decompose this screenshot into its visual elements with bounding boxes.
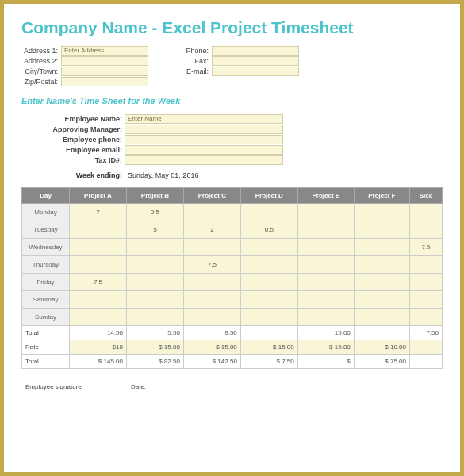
hours-cell[interactable] [70,221,127,239]
day-name-cell: Thursday [22,256,70,274]
emp-name-label: Employee Name: [45,115,125,123]
address2-label: Address 2: [21,57,61,65]
zip-input[interactable] [61,77,148,86]
value-cell[interactable] [409,340,442,355]
hours-cell[interactable] [126,274,183,291]
hours-cell[interactable] [409,274,442,291]
hours-cell[interactable]: 7.5 [409,239,442,256]
hours-cell[interactable] [240,309,297,326]
hours-cell[interactable] [126,309,183,326]
emp-phone-input[interactable] [125,135,283,144]
hours-cell[interactable] [240,239,297,256]
hours-cell[interactable] [240,256,297,274]
hours-cell[interactable] [409,256,442,274]
taxid-input[interactable] [125,155,283,165]
phone-input[interactable] [212,46,299,56]
day-name-cell: Sunday [22,309,70,326]
hours-cell[interactable] [240,204,297,221]
address2-input[interactable] [61,56,148,66]
hours-cell[interactable] [70,309,127,326]
grand-total-row: Total$ 145.00$ 82.50$ 142.50$ 7.50$$ 75.… [22,355,443,369]
emp-name-input[interactable]: Enter Name [125,114,283,124]
day-name-cell: Monday [22,204,70,221]
hours-cell[interactable] [354,221,409,239]
address1-input[interactable]: Enter Address [61,46,148,56]
hours-cell[interactable] [354,256,409,274]
table-row: Monday70.5 [22,204,443,221]
hours-cell[interactable] [297,256,354,274]
row-label: Total [22,326,70,340]
col-header: Project F [354,188,409,204]
address1-label: Address 1: [21,47,61,55]
hours-cell[interactable] [354,204,409,221]
hours-cell[interactable] [183,239,240,256]
hours-cell[interactable]: 7.5 [70,274,127,291]
hours-cell[interactable] [70,291,127,309]
email-input[interactable] [212,67,299,76]
hours-cell[interactable] [409,309,442,326]
hours-cell[interactable]: 7 [70,204,127,221]
value-cell[interactable]: $ 10.00 [354,340,409,355]
value-cell[interactable]: $ 15.00 [297,340,354,355]
hours-cell[interactable] [297,204,354,221]
value-cell: 7.50 [409,326,442,340]
address-right-col: Phone: Fax: E-mail: [180,45,299,86]
hours-cell[interactable] [70,256,127,274]
table-row: Saturday [22,291,443,309]
value-cell[interactable]: $ 15.00 [183,340,240,355]
email-label: E-mail: [180,67,212,75]
rate-row: Rate$10$ 15.00$ 15.00$ 15.00$ 15.00$ 10.… [22,340,443,355]
phone-label: Phone: [180,47,212,55]
value-cell: $ 142.50 [183,355,240,369]
hours-cell[interactable]: 0.5 [126,204,183,221]
hours-cell[interactable] [354,239,409,256]
hours-cell[interactable] [354,274,409,291]
day-name-cell: Tuesday [22,221,70,239]
hours-cell[interactable] [297,274,354,291]
hours-cell[interactable] [126,256,183,274]
value-cell: $ 75.00 [354,355,409,369]
value-cell[interactable]: $10 [70,340,127,355]
hours-cell[interactable] [354,309,409,326]
hours-cell[interactable] [297,291,354,309]
hours-cell[interactable] [126,239,183,256]
hours-cell[interactable] [354,291,409,309]
emp-email-input[interactable] [125,145,283,155]
value-cell: 5.50 [126,326,183,340]
hours-cell[interactable]: 0.5 [240,221,297,239]
col-header: Project B [126,188,183,204]
fax-label: Fax: [180,57,212,65]
week-ending-label: Week ending: [45,171,125,179]
hours-cell[interactable] [183,291,240,309]
hours-cell[interactable] [409,291,442,309]
header-row: DayProject AProject BProject CProject DP… [22,188,443,204]
hours-cell[interactable] [240,274,297,291]
taxid-label: Tax ID#: [45,156,125,164]
value-cell: 14.50 [70,326,127,340]
hours-cell[interactable] [183,309,240,326]
city-input[interactable] [61,67,148,76]
hours-cell[interactable] [297,239,354,256]
value-cell[interactable]: $ 15.00 [240,340,297,355]
value-cell: $ [297,355,354,369]
hours-cell[interactable] [183,204,240,221]
hours-cell[interactable] [183,274,240,291]
totals-row: Total14.505.509.5015.007.50 [22,326,443,340]
hours-cell[interactable]: 2 [183,221,240,239]
hours-cell[interactable] [70,239,127,256]
day-name-cell: Wednesday [22,239,70,256]
value-cell[interactable]: $ 15.00 [126,340,183,355]
hours-cell[interactable] [297,309,354,326]
table-row: Sunday [22,309,443,326]
hours-cell[interactable] [409,204,442,221]
fax-input[interactable] [212,56,299,66]
hours-cell[interactable] [297,221,354,239]
hours-cell[interactable] [409,221,442,239]
hours-cell[interactable] [126,291,183,309]
hours-cell[interactable] [240,291,297,309]
hours-cell[interactable]: 7.5 [183,256,240,274]
hours-cell[interactable]: 5 [126,221,183,239]
table-row: Tuesday520.5 [22,221,443,239]
col-header: Project C [183,188,240,204]
manager-input[interactable] [125,125,283,134]
